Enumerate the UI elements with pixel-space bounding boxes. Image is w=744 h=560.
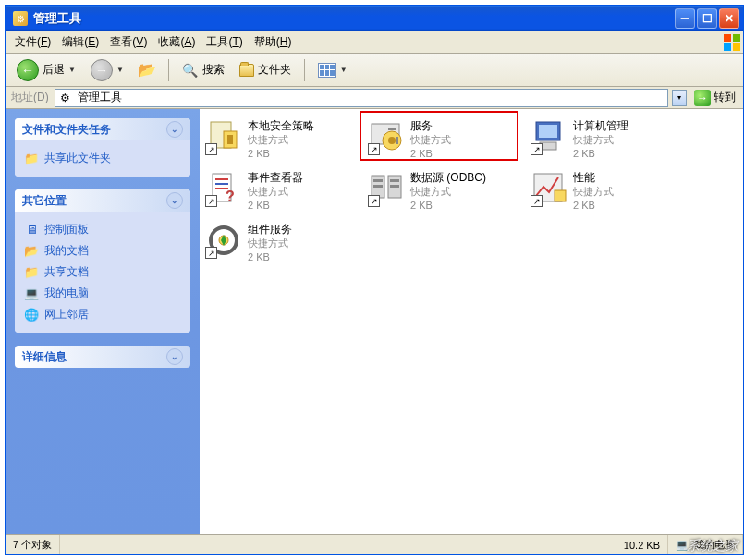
folders-label: 文件夹: [258, 62, 291, 78]
app-icon: ⚙: [13, 11, 28, 26]
status-object-count: 7 个对象: [6, 535, 60, 554]
svg-rect-23: [555, 190, 566, 201]
addressbar: 地址(D) ⚙ 管理工具 ▾ → 转到: [6, 87, 743, 109]
content-pane[interactable]: ↗ 本地安全策略快捷方式2 KB ↗ 服务快捷方式2 KB ↗ 计算机管理快捷方…: [200, 109, 743, 534]
panel-title: 其它位置: [22, 193, 67, 209]
link-label: 我的文档: [44, 243, 89, 259]
shortcut-arrow-icon: ↗: [205, 247, 217, 259]
item-odbc[interactable]: ↗ 数据源 (ODBC)快捷方式2 KB: [366, 166, 529, 218]
panel-file-tasks: 文件和文件夹任务 ⌄ 📁 共享此文件夹: [15, 118, 190, 177]
search-label: 搜索: [202, 62, 225, 78]
back-arrow-icon: ←: [17, 59, 39, 81]
svg-rect-20: [373, 185, 383, 188]
svg-rect-2: [227, 135, 233, 144]
svg-rect-9: [539, 125, 557, 138]
panel-header[interactable]: 其它位置 ⌄: [15, 189, 190, 212]
link-control-panel[interactable]: 🖥控制面板: [24, 219, 181, 240]
menu-tools[interactable]: 工具(T): [201, 32, 248, 52]
close-button[interactable]: ✕: [719, 8, 739, 29]
separator: [168, 59, 169, 81]
views-icon: [318, 63, 336, 78]
up-button[interactable]: 📂: [133, 60, 161, 80]
item-component-services[interactable]: ↗ 组件服务快捷方式2 KB: [203, 218, 366, 270]
svg-rect-7: [396, 137, 398, 144]
address-dropdown[interactable]: ▾: [672, 90, 687, 106]
link-shared-documents[interactable]: 📁共享文档: [24, 262, 181, 283]
link-label: 共享文档: [44, 264, 89, 280]
panel-header[interactable]: 文件和文件夹任务 ⌄: [15, 118, 190, 140]
folder-share-icon: 📁: [24, 152, 39, 166]
titlebar[interactable]: ⚙ 管理工具 ─ ☐ ✕: [6, 6, 743, 31]
item-name: 数据源 (ODBC): [410, 170, 486, 185]
address-label: 地址(D): [9, 90, 51, 105]
item-type: 快捷方式: [248, 237, 292, 250]
computer-icon: 💻: [676, 539, 689, 551]
item-type: 快捷方式: [573, 185, 614, 199]
address-input[interactable]: ⚙ 管理工具: [55, 89, 668, 107]
item-size: 2 KB: [248, 250, 292, 264]
search-button[interactable]: 🔍 搜索: [177, 60, 230, 80]
back-label: 后退: [43, 62, 65, 78]
shortcut-arrow-icon: ↗: [531, 143, 543, 155]
back-button[interactable]: ← 后退 ▼: [11, 57, 81, 83]
menubar: 文件(F) 编辑(E) 查看(V) 收藏(A) 工具(T) 帮助(H): [6, 31, 743, 54]
event-viewer-icon: ?↗: [205, 170, 242, 207]
search-icon: 🔍: [182, 62, 199, 79]
network-icon: 🌐: [24, 308, 39, 323]
item-size: 2 KB: [248, 199, 303, 213]
performance-icon: ↗: [531, 170, 567, 207]
link-label: 我的电脑: [44, 286, 89, 301]
computer-mgmt-icon: ↗: [531, 118, 567, 155]
status-size: 10.2 KB: [616, 535, 668, 554]
item-size: 2 KB: [573, 199, 614, 213]
item-name: 性能: [573, 170, 614, 185]
status-spacer: [60, 535, 616, 554]
window-title: 管理工具: [31, 10, 675, 27]
link-my-computer[interactable]: 💻我的电脑: [24, 283, 181, 304]
documents-icon: 📂: [24, 244, 39, 259]
link-label: 网上邻居: [44, 307, 89, 323]
item-name: 组件服务: [248, 222, 292, 237]
control-panel-icon: 🖥: [24, 223, 39, 237]
item-local-security-policy[interactable]: ↗ 本地安全策略快捷方式2 KB: [203, 115, 366, 166]
item-event-viewer[interactable]: ?↗ 事件查看器快捷方式2 KB: [203, 166, 366, 218]
forward-arrow-icon: →: [91, 59, 113, 81]
go-button[interactable]: → 转到: [690, 90, 739, 106]
status-zone-label: 我的电脑: [694, 538, 735, 552]
link-network-places[interactable]: 🌐网上邻居: [24, 304, 181, 325]
menu-file[interactable]: 文件(F): [9, 32, 56, 52]
folder-icon: ⚙: [57, 90, 74, 106]
item-type: 快捷方式: [410, 185, 486, 199]
panel-other-places: 其它位置 ⌄ 🖥控制面板 📂我的文档 📁共享文档 💻我的电脑 🌐网上邻居: [15, 189, 190, 333]
menu-favorites[interactable]: 收藏(A): [152, 32, 201, 52]
go-label: 转到: [714, 90, 736, 105]
body: 文件和文件夹任务 ⌄ 📁 共享此文件夹 其它位置 ⌄ 🖥控制面板: [6, 109, 743, 534]
menu-view[interactable]: 查看(V): [104, 32, 152, 52]
item-performance[interactable]: ↗ 性能快捷方式2 KB: [529, 166, 691, 218]
panel-title: 详细信息: [22, 349, 67, 365]
folder-icon: [239, 64, 254, 77]
panel-header[interactable]: 详细信息 ⌄: [15, 346, 190, 368]
item-computer-management[interactable]: ↗ 计算机管理快捷方式2 KB: [529, 115, 691, 166]
link-my-documents[interactable]: 📂我的文档: [24, 240, 181, 262]
item-size: 2 KB: [410, 199, 486, 213]
collapse-icon: ⌄: [166, 121, 183, 138]
item-type: 快捷方式: [573, 133, 628, 147]
shared-docs-icon: 📁: [24, 265, 39, 280]
menu-help[interactable]: 帮助(H): [249, 32, 298, 52]
address-value: 管理工具: [78, 90, 122, 105]
link-share-folder[interactable]: 📁 共享此文件夹: [24, 148, 181, 169]
minimize-button[interactable]: ─: [675, 8, 695, 29]
statusbar: 7 个对象 10.2 KB 💻 我的电脑: [6, 534, 743, 554]
folders-button[interactable]: 文件夹: [234, 60, 297, 79]
chevron-down-icon: ▼: [116, 66, 124, 74]
shortcut-arrow-icon: ↗: [531, 195, 543, 207]
go-arrow-icon: →: [694, 90, 711, 106]
menu-edit[interactable]: 编辑(E): [56, 32, 104, 52]
views-button[interactable]: ▼: [312, 61, 353, 79]
maximize-button[interactable]: ☐: [697, 8, 717, 29]
explorer-window: ⚙ 管理工具 ─ ☐ ✕ 文件(F) 编辑(E) 查看(V) 收藏(A) 工具(…: [5, 5, 744, 555]
forward-button[interactable]: → ▼: [85, 57, 129, 83]
chevron-down-icon: ▼: [340, 66, 348, 74]
odbc-icon: ↗: [368, 170, 405, 207]
